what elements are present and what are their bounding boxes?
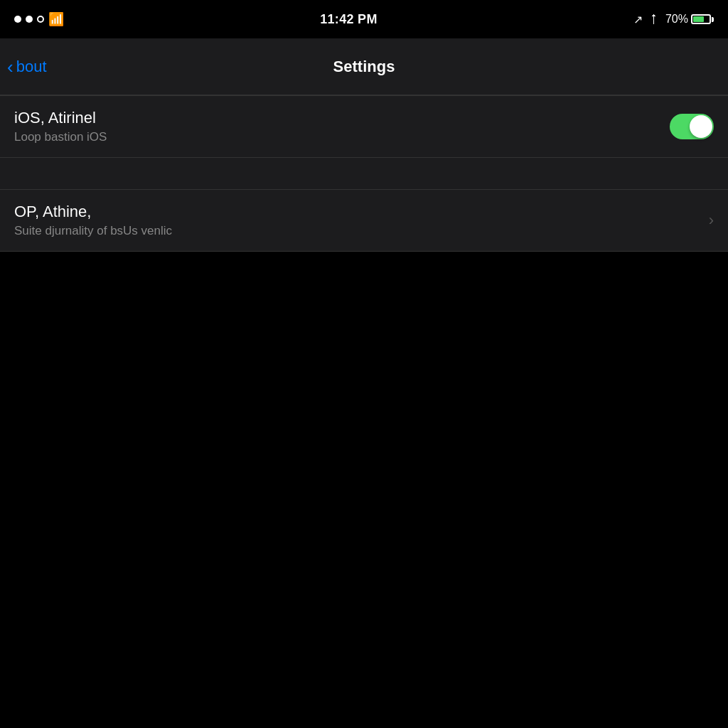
battery-body	[691, 14, 711, 24]
setting-row-op[interactable]: OP, Athine, Suite djurnality of bsUs ven…	[0, 189, 728, 252]
battery-container: 70%	[665, 13, 714, 26]
signal-dot-2	[26, 16, 33, 23]
page-title: Settings	[333, 58, 395, 76]
setting-row-ios-content: iOS, Atirinel Loop bastion iOS	[14, 109, 670, 144]
setting-row-op-subtitle: Suite djurnality of bsUs venlic	[14, 224, 702, 238]
status-time: 11:42 PM	[320, 12, 377, 27]
back-label: bout	[16, 58, 47, 76]
battery-percent: 70%	[665, 13, 688, 26]
signal-dot-3	[37, 16, 44, 23]
toggle-knob	[690, 115, 712, 138]
section-gap	[0, 158, 728, 189]
setting-row-op-content: OP, Athine, Suite djurnality of bsUs ven…	[14, 203, 702, 238]
nav-bar: ‹ bout Settings	[0, 38, 728, 95]
nav-back-button[interactable]: ‹ bout	[7, 58, 47, 76]
cellular-bars-icon: ⭡	[648, 13, 660, 26]
setting-row-ios[interactable]: iOS, Atirinel Loop bastion iOS	[0, 95, 728, 158]
toggle-ios[interactable]	[670, 114, 714, 139]
settings-content: iOS, Atirinel Loop bastion iOS OP, Athin…	[0, 95, 728, 252]
setting-row-ios-subtitle: Loop bastion iOS	[14, 130, 670, 144]
wifi-icon: 📶	[48, 11, 64, 27]
battery-icon	[691, 14, 714, 24]
bottom-area	[0, 252, 728, 536]
setting-row-ios-title: iOS, Atirinel	[14, 109, 670, 127]
signal-strength-icon: ↗	[633, 13, 643, 26]
chevron-right-icon: ›	[709, 211, 714, 230]
status-bar: 📶 11:42 PM ↗ ⭡ 70%	[0, 0, 728, 38]
battery-fill	[693, 16, 704, 22]
setting-row-op-title: OP, Athine,	[14, 203, 702, 221]
battery-tip	[712, 17, 714, 22]
back-chevron-icon: ‹	[7, 58, 14, 76]
signal-dot-1	[14, 16, 21, 23]
status-right: ↗ ⭡ 70%	[633, 13, 714, 26]
status-left: 📶	[14, 11, 64, 27]
